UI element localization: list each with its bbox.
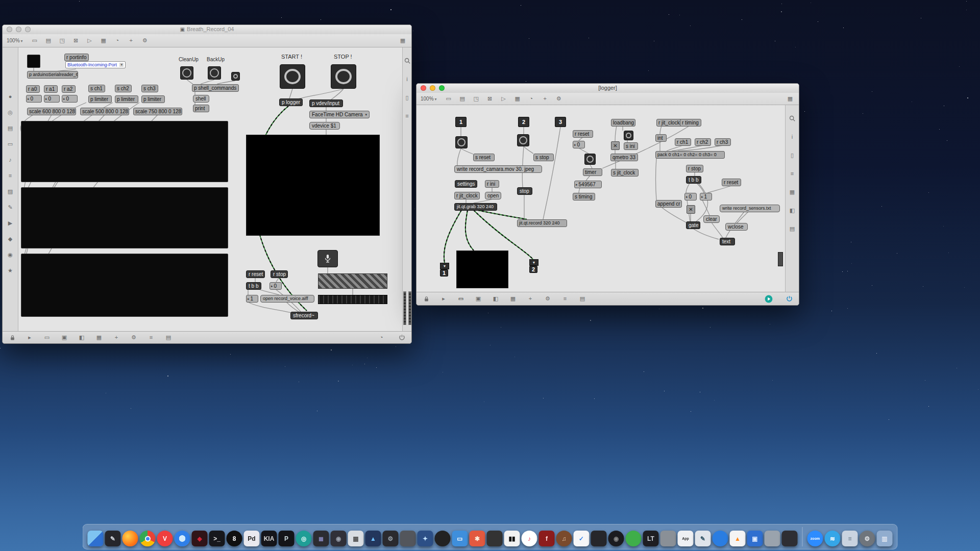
bang-rec-stop[interactable] [517,134,529,146]
window-logger[interactable]: 123s resets stopwrite record_camara.mov … [416,83,799,306]
obj-r-ch2[interactable]: r ch2 [695,138,711,146]
dock-stack-light-app-icon[interactable]: ≡ [842,531,858,546]
dock-pen-light-app-icon[interactable]: ✎ [695,531,711,546]
obj-append-cr[interactable]: append cr [655,200,682,208]
info-icon[interactable]: i [788,133,797,141]
msg-clear[interactable]: clear [703,215,720,223]
dial-grid-icon[interactable]: ▦ [398,37,407,45]
obj-s-jit-clock[interactable]: s jit_clock [611,169,639,177]
add-object-icon[interactable]: + [127,37,136,45]
circle-icon[interactable]: ◉ [6,251,15,259]
multislider-2[interactable] [21,187,228,248]
dock-trash-icon[interactable]: ▥ [877,531,893,546]
dock-gray-app-2-icon[interactable] [660,531,676,546]
obj-r-jit-clock-grab[interactable]: r jit_clock [454,192,480,199]
msg-write-sensors[interactable]: write record_sensors.txt [720,205,780,212]
dock-tool-dark-app-icon[interactable]: ⚙ [383,531,399,546]
obj-r-ch1[interactable]: r ch1 [675,138,691,146]
msg-settings[interactable]: settings [455,180,477,188]
obj-s-ch1[interactable]: s ch1 [88,85,105,92]
dock-zoom-icon[interactable]: zoom [807,531,823,546]
num-timer-zero[interactable]: ▸0 [573,141,585,148]
dock-dark-editor-icon[interactable]: ✎ [105,531,121,546]
obj-r-a0[interactable]: r a0 [26,85,40,93]
num-phase-2[interactable]: 2 [518,117,529,127]
clip-icon[interactable]: ▯ [403,93,412,102]
dock-firefox-icon[interactable] [122,531,138,546]
obj-r-ini[interactable]: r ini [485,180,499,188]
obj-r-a2[interactable]: r a2 [62,85,76,93]
search-icon[interactable] [788,114,797,122]
mic-button[interactable] [317,250,338,267]
small-bang[interactable] [231,72,240,81]
window-breath-record[interactable]: r portinfoBluetooth-Incoming-Port▾p ardu… [2,24,412,344]
obj-jit-qt-grab[interactable]: jit.qt.grab 320 240 [454,203,497,211]
message-tool-icon[interactable]: ▤ [458,95,467,103]
num-gate-0[interactable]: ▸0 [684,193,697,201]
info-icon[interactable]: i [403,75,412,83]
obj-r-reset[interactable]: r reset [246,270,265,278]
dock-garageband-icon[interactable]: ♫ [556,531,572,546]
message-tool-icon[interactable]: ▤ [44,37,53,45]
obj-scale-1[interactable]: scale 600 800 0 128 [27,108,76,115]
lock-icon[interactable] [8,334,17,342]
obj-s-stop[interactable]: s stop [533,154,554,161]
levels-icon[interactable]: ≡ [560,295,570,303]
msg-shell[interactable]: shell [193,95,209,103]
zoom-control[interactable]: 100%▾ [421,96,437,102]
rect-tool-icon[interactable]: ▭ [444,95,453,103]
audio-toggle-icon[interactable]: ◧ [491,295,500,303]
grid-toggle-icon[interactable]: ▦ [94,334,104,342]
console-icon[interactable]: ▭ [6,140,15,148]
comment-tool-icon[interactable]: ◳ [58,37,67,45]
dock-vlc-icon[interactable]: ▲ [730,531,746,546]
num-rec-flag[interactable]: ▸0 [270,282,282,290]
dock-controller-dark-app-icon[interactable]: ◉ [331,531,347,546]
list-icon[interactable]: ≡ [403,112,412,120]
stop-bang[interactable] [331,64,356,89]
umenu-1-value[interactable]: 1 [440,269,448,277]
level-meter[interactable] [318,295,387,304]
half-icon[interactable]: ◧ [788,206,797,214]
num-a2[interactable]: ▸0 [62,95,78,103]
obj-loadbang[interactable]: loadbang [611,119,635,127]
comment-bubble-icon[interactable]: ▭ [42,334,52,342]
dock-app-light-icon[interactable]: App [678,531,694,546]
diamond-icon[interactable]: ◆ [6,235,15,243]
pointer-icon[interactable]: ▸ [25,334,34,342]
dock-dark-circle-app-icon[interactable] [435,531,451,546]
obj-jit-qt-record[interactable]: jit.qt.record 320 240 [517,219,567,227]
obj-s-timing[interactable]: s timing [573,193,595,201]
refresh-icon[interactable]: ◔ [377,334,386,342]
dock-eight-ball-icon[interactable]: 8 [227,531,242,546]
browser-icon[interactable]: ▤ [164,334,173,342]
comment-tool-icon[interactable]: ◳ [472,95,481,103]
toggle-metro[interactable]: ✕ [611,141,620,150]
wrench-icon[interactable]: ⚙ [129,334,138,342]
dock-wave-blue-app-icon[interactable]: ≋ [825,531,841,546]
dock-chrome-icon[interactable] [140,531,156,546]
dock-dark-app-3-icon[interactable] [591,531,607,546]
mixer-icon[interactable]: ≡ [6,171,15,180]
mini-slider[interactable] [778,252,783,266]
record-progress[interactable] [318,273,387,289]
image-icon[interactable]: ▨ [6,187,15,195]
dock-gear-circle-app-icon[interactable]: ⚙ [860,531,875,546]
obj-gate[interactable]: gate [686,221,700,229]
lock-icon[interactable] [422,295,431,303]
msg-stop[interactable]: stop [517,187,532,195]
dock-lt-dark-app-icon[interactable]: LT [643,531,659,546]
run-button[interactable] [764,295,773,303]
dock-red-diamond-app-icon[interactable]: ◆ [192,531,208,546]
matrix-icon[interactable]: ▦ [513,95,522,103]
clock-icon[interactable]: ◔ [527,95,536,103]
cleanup-bang[interactable] [180,66,193,80]
rect-tool-icon[interactable]: ▭ [30,37,39,45]
obj-qmetro[interactable]: qmetro 33 [610,154,638,161]
dock-window-blue-app-icon[interactable]: ▭ [452,531,468,546]
patcher-canvas[interactable]: r portinfoBluetooth-Incoming-Port▾p ardu… [3,25,411,343]
obj-timer[interactable]: timer [583,168,602,176]
num-a0[interactable]: ▸0 [26,95,42,103]
obj-r-stop[interactable]: r stop [271,270,288,278]
multislider-3[interactable] [21,254,228,317]
